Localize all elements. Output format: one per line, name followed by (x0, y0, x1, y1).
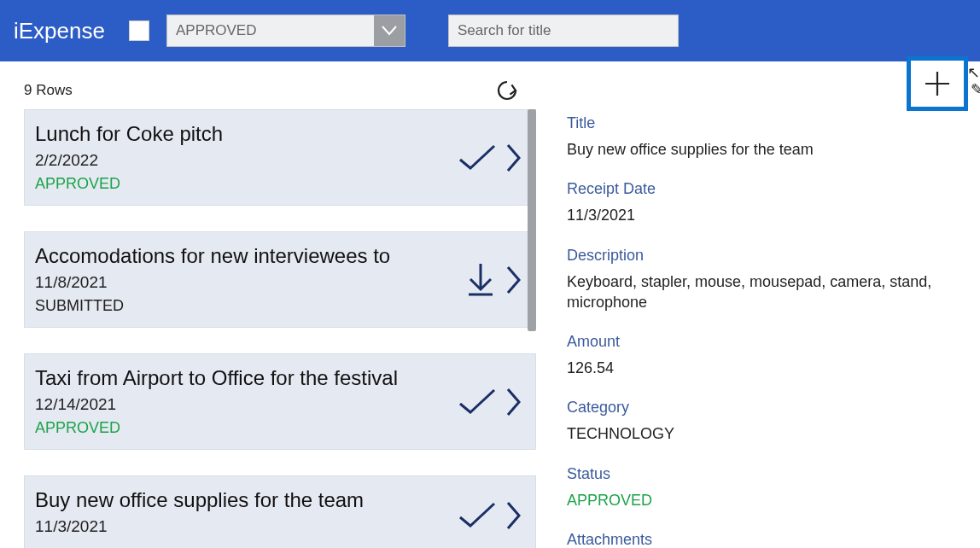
item-date: 2/2/2022 (35, 151, 518, 170)
filter-selected: APPROVED (167, 22, 374, 39)
filter-checkbox[interactable] (129, 20, 149, 41)
label-status: Status (567, 465, 960, 483)
item-title: Lunch for Coke pitch (35, 122, 518, 146)
item-date: 12/14/2021 (35, 395, 518, 414)
check-icon (457, 387, 498, 417)
detail-panel: ↖ ✎ Title Buy new office supplies for th… (536, 61, 980, 548)
rowcount-bar: 9 Rows (0, 72, 536, 109)
value-description: Keyboard, stapler, mouse, mousepad, came… (567, 271, 960, 313)
label-category: Category (567, 399, 960, 417)
chevron-right-icon[interactable] (506, 388, 522, 417)
label-receipt-date: Receipt Date (567, 180, 960, 198)
item-title: Accomodations for new interviewees to (35, 244, 518, 268)
list-item[interactable]: Lunch for Coke pitch 2/2/2022 APPROVED (24, 109, 536, 206)
scrollbar-thumb[interactable] (528, 109, 536, 331)
edit-icon[interactable]: ✎ (971, 80, 980, 99)
cursor-icon: ↖ (967, 63, 980, 82)
value-receipt-date: 11/3/2021 (567, 205, 960, 225)
list-item[interactable]: Buy new office supplies for the team 11/… (24, 475, 536, 548)
label-title: Title (567, 114, 960, 132)
add-button[interactable] (907, 56, 968, 111)
refresh-icon[interactable] (495, 79, 519, 102)
chevron-right-icon[interactable] (506, 501, 522, 530)
item-date: 11/3/2021 (35, 517, 518, 536)
value-amount: 126.54 (567, 358, 960, 378)
chevron-right-icon[interactable] (506, 143, 522, 172)
item-actions (457, 500, 522, 531)
item-date: 11/8/2021 (35, 273, 518, 292)
value-status: APPROVED (567, 490, 960, 510)
row-count: 9 Rows (24, 82, 73, 99)
label-amount: Amount (567, 333, 960, 351)
item-status: APPROVED (35, 175, 518, 193)
item-title: Taxi from Airport to Office for the fest… (35, 366, 518, 390)
plus-icon (923, 69, 952, 98)
search-input[interactable] (448, 15, 679, 47)
app-title: iExpense (14, 18, 105, 44)
list-item[interactable]: Accomodations for new interviewees to 11… (24, 231, 536, 328)
main: 9 Rows Lunch for Coke pitch 2/2/2022 APP… (0, 61, 980, 548)
check-icon (457, 143, 498, 173)
list-panel: 9 Rows Lunch for Coke pitch 2/2/2022 APP… (0, 61, 536, 548)
item-status: APPROVED (35, 419, 518, 437)
item-actions (457, 387, 522, 417)
detail-fields: Title Buy new office supplies for the te… (567, 114, 960, 548)
expense-list: Lunch for Coke pitch 2/2/2022 APPROVED A… (0, 109, 536, 548)
label-attachments: Attachments (567, 531, 960, 548)
label-description: Description (567, 247, 960, 265)
item-status: SUBMITTED (35, 297, 518, 315)
item-actions (457, 143, 522, 173)
value-title: Buy new office supplies for the team (567, 139, 960, 160)
chevron-down-icon[interactable] (374, 15, 405, 46)
chevron-right-icon[interactable] (506, 265, 522, 294)
app-header: iExpense APPROVED (0, 0, 980, 61)
download-icon (464, 262, 498, 298)
scrollbar[interactable] (528, 109, 536, 548)
filter-dropdown[interactable]: APPROVED (166, 15, 405, 47)
check-icon (457, 500, 498, 531)
value-category: TECHNOLOGY (567, 423, 960, 444)
item-title: Buy new office supplies for the team (35, 488, 518, 512)
item-actions (464, 262, 522, 298)
list-item[interactable]: Taxi from Airport to Office for the fest… (24, 353, 536, 450)
